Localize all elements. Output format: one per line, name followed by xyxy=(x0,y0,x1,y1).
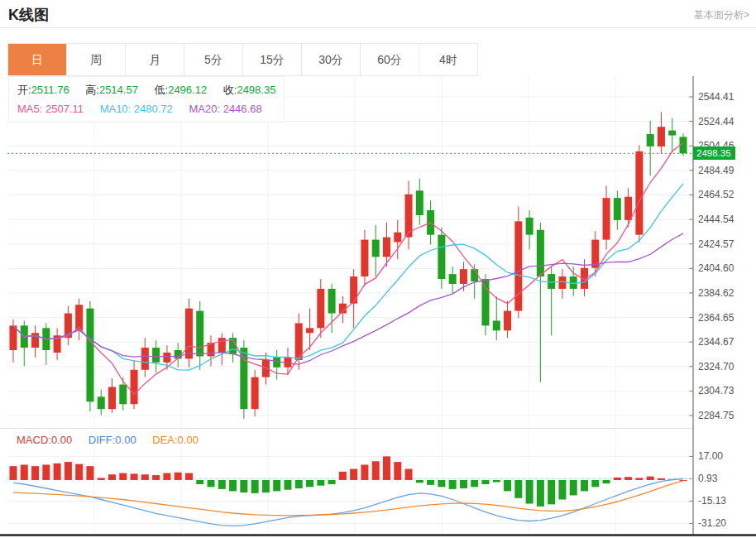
ma10-label: MA10: xyxy=(100,103,132,115)
y-axis-label: 2444.54 xyxy=(698,214,734,225)
macd-bar xyxy=(635,478,643,480)
macd-bar xyxy=(372,461,380,480)
candle-body xyxy=(86,309,93,402)
macd-bar xyxy=(218,480,226,489)
y-axis-label: 2304.73 xyxy=(698,385,734,396)
candle-body xyxy=(372,240,380,257)
diff-value: 0.00 xyxy=(115,434,136,446)
high-label: 高: xyxy=(85,84,99,96)
macd-bar xyxy=(548,480,555,504)
candle-body xyxy=(119,385,127,405)
macd-bar xyxy=(251,480,259,493)
y-axis-label: 2324.70 xyxy=(698,361,734,372)
candle xyxy=(416,178,423,224)
candle-body xyxy=(273,358,280,367)
candle xyxy=(317,279,324,338)
macd-bar xyxy=(208,480,215,487)
candle xyxy=(537,223,544,382)
candle xyxy=(668,118,676,153)
candle-body xyxy=(98,396,105,409)
ma20-value: 2446.68 xyxy=(223,103,262,115)
y-axis-label: 2364.65 xyxy=(698,312,734,324)
macd-bar xyxy=(54,464,61,480)
macd-bar xyxy=(75,464,83,480)
macd-axis-label: 0.93 xyxy=(698,473,718,484)
close-label: 收: xyxy=(223,84,237,96)
candle-body xyxy=(481,279,489,325)
macd-bar xyxy=(119,473,127,480)
candle-body xyxy=(328,289,336,314)
macd-bar xyxy=(152,475,160,480)
candle xyxy=(328,284,336,333)
candle-body xyxy=(548,274,555,289)
macd-bar xyxy=(514,480,522,498)
macd-bar xyxy=(131,473,138,480)
candle xyxy=(42,323,50,364)
close-value: 2498.35 xyxy=(237,84,275,96)
price-legend: 开:2511.76 高:2514.57 低:2496.12 收:2498.35 … xyxy=(8,76,285,122)
candle xyxy=(54,328,61,360)
candle-body xyxy=(131,370,138,405)
macd-bar xyxy=(273,480,280,491)
macd-bar xyxy=(526,480,534,504)
candle-body xyxy=(647,134,654,147)
macd-bar xyxy=(624,477,632,480)
candle xyxy=(229,333,237,363)
candle-body xyxy=(504,311,511,331)
macd-bar xyxy=(10,466,17,480)
candle-body xyxy=(383,238,390,257)
candle-body xyxy=(141,348,149,370)
macd-bar xyxy=(394,462,401,480)
candle-body xyxy=(438,235,445,279)
macd-bar xyxy=(108,474,116,480)
candle-body xyxy=(471,269,478,281)
candle-body xyxy=(152,348,160,363)
candle-body xyxy=(416,190,423,215)
macd-bar xyxy=(416,480,423,483)
macd-bar xyxy=(438,480,445,487)
macd-bar xyxy=(460,480,467,488)
y-axis-label: 2404.60 xyxy=(698,262,734,274)
candle-body xyxy=(624,197,632,220)
low-value: 2496.12 xyxy=(168,84,207,96)
macd-bar xyxy=(98,478,105,480)
y-axis-label: 2344.67 xyxy=(698,336,734,348)
macd-bar xyxy=(196,480,203,484)
macd-bar xyxy=(481,480,489,484)
macd-bar xyxy=(339,472,347,480)
macd-bar xyxy=(537,480,544,507)
candle xyxy=(394,220,401,259)
candle xyxy=(273,350,280,380)
y-axis-label: 2284.75 xyxy=(698,410,734,421)
candle xyxy=(493,296,500,340)
macd-bar xyxy=(383,456,390,480)
candle xyxy=(86,301,93,411)
ma5-label: MA5: xyxy=(17,103,42,115)
macd-bar xyxy=(558,480,566,500)
candle xyxy=(558,269,566,299)
candle xyxy=(98,389,105,415)
candle xyxy=(185,299,193,367)
macd-bar xyxy=(614,478,621,480)
y-axis-label: 2384.62 xyxy=(698,287,734,299)
candle-body xyxy=(10,325,17,350)
dea-label: DEA: xyxy=(152,434,177,446)
candle xyxy=(251,370,259,416)
candle-body xyxy=(449,274,457,284)
candle xyxy=(647,121,654,176)
candle xyxy=(548,267,555,335)
macd-bar xyxy=(570,480,577,495)
ohlc-row: 开:2511.76 高:2514.57 低:2496.12 收:2498.35 xyxy=(17,80,275,99)
macd-axis-label: -15.13 xyxy=(698,495,726,507)
macd-bar xyxy=(262,480,270,492)
macd-bar xyxy=(240,480,247,492)
candle-body xyxy=(526,218,534,235)
macd-bar xyxy=(328,480,336,484)
macd-axis-label: 17.00 xyxy=(698,450,723,462)
current-price-tag: 2498.35 xyxy=(693,147,735,160)
macd-bar xyxy=(504,480,511,491)
macd-bar xyxy=(229,480,237,491)
macd-bar xyxy=(603,480,610,483)
macd-legend: MACD:0.00 DIFF:0.00 DEA:0.00 xyxy=(12,432,203,448)
candle xyxy=(75,299,83,340)
